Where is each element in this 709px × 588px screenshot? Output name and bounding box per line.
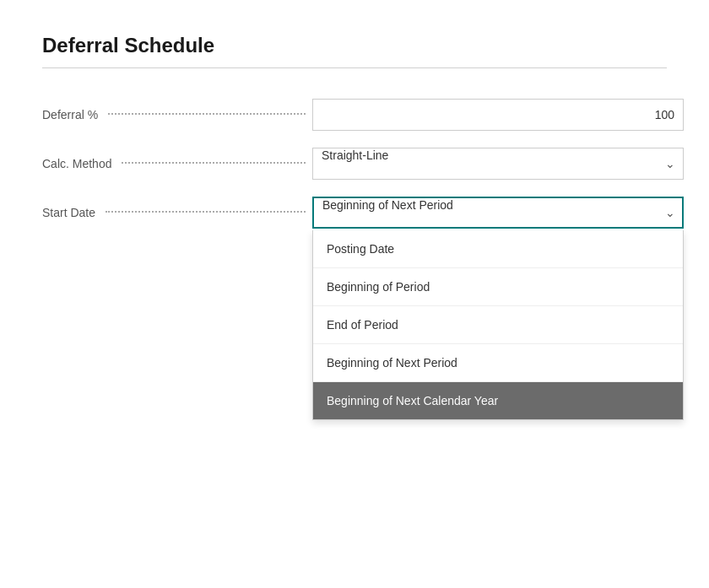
page-title: Deferral Schedule xyxy=(42,34,667,57)
start-date-dropdown: Posting Date Beginning of Period End of … xyxy=(312,230,684,420)
deferral-percent-wrapper xyxy=(312,99,684,131)
calc-method-select-wrapper[interactable]: Straight-Line ⌄ xyxy=(312,148,684,180)
start-date-wrapper: Beginning of Next Period ⌄ Posting Date … xyxy=(312,197,684,229)
deferral-percent-input[interactable] xyxy=(312,99,684,131)
deferral-percent-row: Deferral % xyxy=(42,99,667,131)
dropdown-item-beginning-of-next-period[interactable]: Beginning of Next Period xyxy=(313,344,683,382)
dot-leaders-2 xyxy=(122,162,306,164)
calc-method-wrapper: Straight-Line ⌄ xyxy=(312,148,684,180)
calc-method-label: Calc. Method xyxy=(42,157,312,170)
start-date-label: Start Date xyxy=(42,206,312,219)
start-date-row: Start Date Beginning of Next Period ⌄ Po… xyxy=(42,197,667,229)
dropdown-item-end-of-period[interactable]: End of Period xyxy=(313,306,683,344)
dropdown-item-posting-date[interactable]: Posting Date xyxy=(313,230,683,268)
dropdown-item-beginning-of-next-calendar-year[interactable]: Beginning of Next Calendar Year xyxy=(313,382,683,419)
start-date-select[interactable]: Beginning of Next Period xyxy=(312,197,684,229)
dot-leaders-3 xyxy=(106,211,306,213)
dropdown-item-beginning-of-period[interactable]: Beginning of Period xyxy=(313,268,683,306)
start-date-select-wrapper[interactable]: Beginning of Next Period ⌄ Posting Date … xyxy=(312,197,684,229)
page-container: Deferral Schedule Deferral % Calc. Metho… xyxy=(0,0,709,279)
deferral-percent-label: Deferral % xyxy=(42,108,312,121)
calc-method-row: Calc. Method Straight-Line ⌄ xyxy=(42,148,667,180)
calc-method-select[interactable]: Straight-Line xyxy=(312,148,684,180)
dot-leaders-1 xyxy=(108,113,306,115)
form-rows: Deferral % Calc. Method Straight-Line ⌄ xyxy=(42,99,667,245)
divider xyxy=(42,67,667,68)
